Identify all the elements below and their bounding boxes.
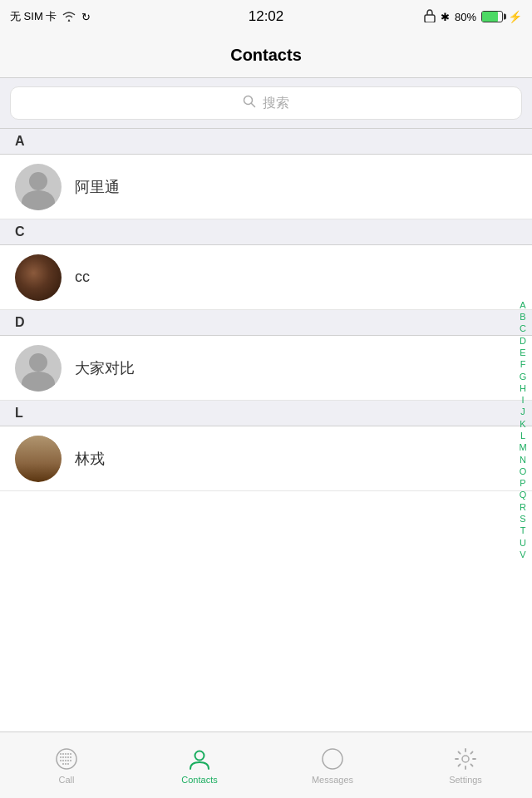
svg-point-10 — [62, 756, 64, 758]
avatar-dajiadu — [15, 345, 62, 392]
alpha-A[interactable]: A — [520, 299, 525, 311]
svg-point-22 — [195, 751, 204, 760]
contact-row-dajiadu[interactable]: 大家对比 — [0, 336, 532, 401]
battery-icon — [481, 11, 503, 22]
alpha-S[interactable]: S — [520, 513, 525, 525]
nav-header: Contacts — [0, 33, 532, 78]
contacts-list: A 阿里通 C cc D 大家对比 L 林戎 A B C D E F G H I… — [0, 129, 532, 731]
svg-point-5 — [62, 753, 64, 755]
svg-point-14 — [60, 760, 62, 761]
alpha-O[interactable]: O — [520, 466, 527, 477]
alpha-V[interactable]: V — [520, 549, 525, 560]
avatar-lv — [15, 436, 62, 482]
status-left: 无 SIM 卡 ↻ — [10, 9, 91, 24]
alpha-U[interactable]: U — [520, 537, 526, 549]
avatar-cc — [15, 254, 62, 301]
call-icon — [54, 746, 79, 771]
messages-icon — [320, 746, 345, 771]
refresh-icon: ↻ — [81, 11, 91, 23]
svg-point-19 — [62, 763, 64, 765]
svg-rect-0 — [425, 15, 435, 22]
alpha-P[interactable]: P — [520, 477, 525, 489]
contact-name-dajiadu: 大家对比 — [75, 358, 135, 378]
tab-call[interactable]: Call — [0, 732, 133, 798]
search-placeholder: 搜索 — [263, 95, 289, 112]
alpha-Q[interactable]: Q — [520, 489, 527, 500]
alpha-D[interactable]: D — [520, 335, 526, 347]
tab-settings[interactable]: Settings — [399, 732, 532, 798]
avatar-alitong — [15, 164, 62, 210]
tab-messages-label: Messages — [312, 775, 353, 785]
svg-point-11 — [65, 756, 66, 758]
svg-point-7 — [67, 753, 69, 755]
svg-point-21 — [67, 763, 69, 765]
alpha-L[interactable]: L — [520, 430, 525, 441]
section-header-d: D — [0, 310, 532, 336]
svg-point-12 — [67, 756, 69, 758]
alpha-K[interactable]: K — [520, 418, 525, 430]
svg-point-23 — [323, 749, 342, 769]
svg-point-16 — [65, 760, 66, 761]
contact-row-lv[interactable]: 林戎 — [0, 426, 532, 491]
svg-line-2 — [252, 104, 255, 107]
battery-percent: 80% — [455, 11, 476, 23]
contact-name-cc: cc — [75, 268, 90, 286]
svg-point-3 — [57, 749, 76, 769]
svg-point-8 — [70, 753, 71, 755]
alpha-I[interactable]: I — [521, 394, 524, 406]
search-container: 搜索 — [0, 78, 532, 129]
sim-status: 无 SIM 卡 — [10, 9, 57, 24]
section-header-a: A — [0, 129, 532, 155]
tab-contacts[interactable]: Contacts — [133, 732, 266, 798]
contact-row-cc[interactable]: cc — [0, 245, 532, 310]
contact-row-alitong[interactable]: 阿里通 — [0, 155, 532, 219]
lock-icon — [424, 9, 436, 25]
svg-point-9 — [60, 756, 62, 758]
wifi-icon — [62, 10, 76, 24]
svg-point-4 — [60, 753, 62, 755]
alpha-N[interactable]: N — [520, 454, 526, 466]
contacts-icon — [187, 746, 212, 771]
alpha-B[interactable]: B — [520, 311, 525, 323]
alpha-F[interactable]: F — [520, 358, 526, 370]
alpha-H[interactable]: H — [520, 382, 526, 394]
section-header-l: L — [0, 401, 532, 426]
tab-messages[interactable]: Messages — [266, 732, 399, 798]
svg-point-17 — [67, 760, 69, 761]
alphabet-index[interactable]: A B C D E F G H I J K L M N O P Q R S T … — [514, 129, 532, 731]
status-time: 12:02 — [249, 8, 284, 25]
alpha-M[interactable]: M — [519, 441, 526, 453]
svg-point-18 — [70, 760, 71, 761]
svg-point-24 — [462, 756, 469, 762]
svg-point-20 — [65, 763, 66, 765]
status-bar: 无 SIM 卡 ↻ 12:02 ✱ 80% ⚡ — [0, 0, 532, 33]
alpha-T[interactable]: T — [520, 525, 526, 536]
alpha-J[interactable]: J — [520, 406, 525, 417]
svg-point-6 — [65, 753, 66, 755]
settings-icon — [453, 746, 478, 771]
search-icon — [243, 95, 256, 111]
alpha-G[interactable]: G — [520, 371, 527, 382]
alpha-E[interactable]: E — [520, 347, 525, 358]
tab-contacts-label: Contacts — [181, 775, 217, 785]
status-right: ✱ 80% ⚡ — [424, 9, 522, 25]
alpha-R[interactable]: R — [520, 501, 526, 513]
bluetooth-icon: ✱ — [441, 11, 450, 23]
tab-call-label: Call — [59, 775, 75, 785]
svg-point-15 — [62, 760, 64, 761]
contact-name-lv: 林戎 — [75, 449, 105, 469]
tab-settings-label: Settings — [449, 775, 482, 785]
svg-point-13 — [70, 756, 71, 758]
section-header-c: C — [0, 219, 532, 245]
contact-name-alitong: 阿里通 — [75, 177, 120, 197]
tab-bar: Call Contacts Messages Settings — [0, 732, 532, 798]
page-title: Contacts — [230, 46, 302, 65]
charging-icon: ⚡ — [508, 10, 522, 23]
search-bar[interactable]: 搜索 — [10, 86, 522, 120]
alpha-C[interactable]: C — [520, 323, 526, 334]
